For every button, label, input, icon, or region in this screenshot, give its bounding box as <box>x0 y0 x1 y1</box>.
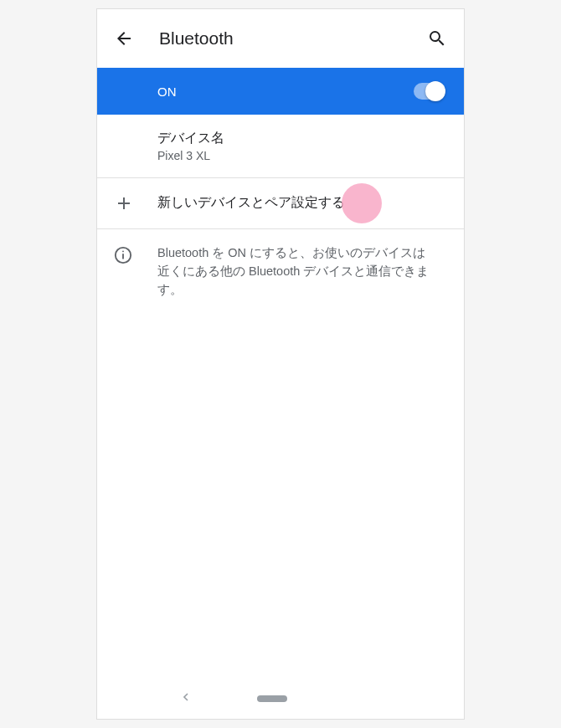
search-icon <box>427 28 447 49</box>
pair-new-device-row[interactable]: 新しいデバイスとペア設定する <box>97 178 464 229</box>
arrow-back-icon <box>114 28 134 49</box>
nav-home-button[interactable] <box>257 695 287 702</box>
phone-frame: Bluetooth ON デバイス名 Pixel 3 XL <box>96 8 465 720</box>
toggle-label: ON <box>157 85 177 99</box>
plus-icon <box>114 193 134 213</box>
nav-back-button[interactable] <box>179 690 193 707</box>
touch-indicator <box>342 183 382 223</box>
device-name-row[interactable]: デバイス名 Pixel 3 XL <box>97 115 464 178</box>
info-text: Bluetooth を ON にすると、お使いのデバイスは近くにある他の Blu… <box>157 244 430 299</box>
svg-point-2 <box>122 251 124 253</box>
search-button[interactable] <box>427 28 447 49</box>
bluetooth-toggle-row[interactable]: ON <box>97 68 464 115</box>
app-header: Bluetooth <box>97 9 464 68</box>
device-name-label: デバイス名 <box>157 130 447 147</box>
chevron-left-icon <box>179 690 193 704</box>
page-title: Bluetooth <box>159 28 234 49</box>
toggle-thumb <box>425 81 445 101</box>
back-button[interactable] <box>114 28 134 49</box>
toggle-switch[interactable] <box>414 83 444 100</box>
info-row: Bluetooth を ON にすると、お使いのデバイスは近くにある他の Blu… <box>97 229 464 314</box>
device-name-value: Pixel 3 XL <box>157 149 447 162</box>
pair-label: 新しいデバイスとペア設定する <box>157 194 345 212</box>
info-icon <box>114 246 132 264</box>
content-area: デバイス名 Pixel 3 XL 新しいデバイスとペア設定する <box>97 115 464 679</box>
navigation-bar <box>97 679 464 719</box>
